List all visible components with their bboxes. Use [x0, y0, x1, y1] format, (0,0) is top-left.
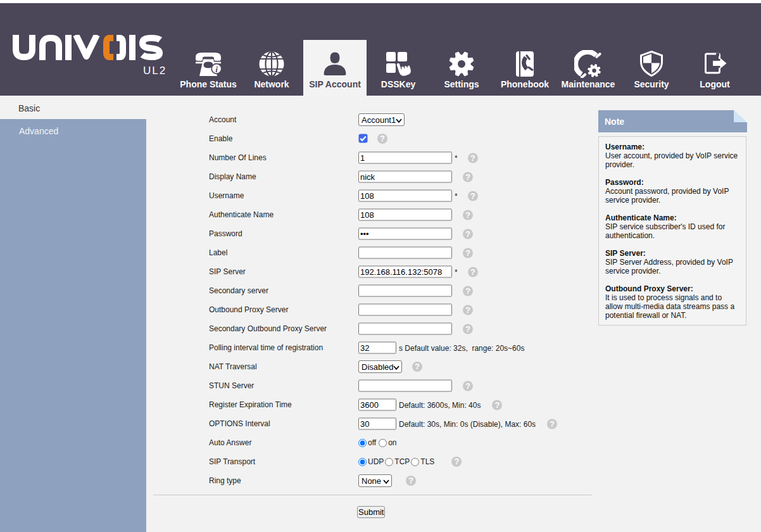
svg-text:i: i	[215, 65, 218, 74]
